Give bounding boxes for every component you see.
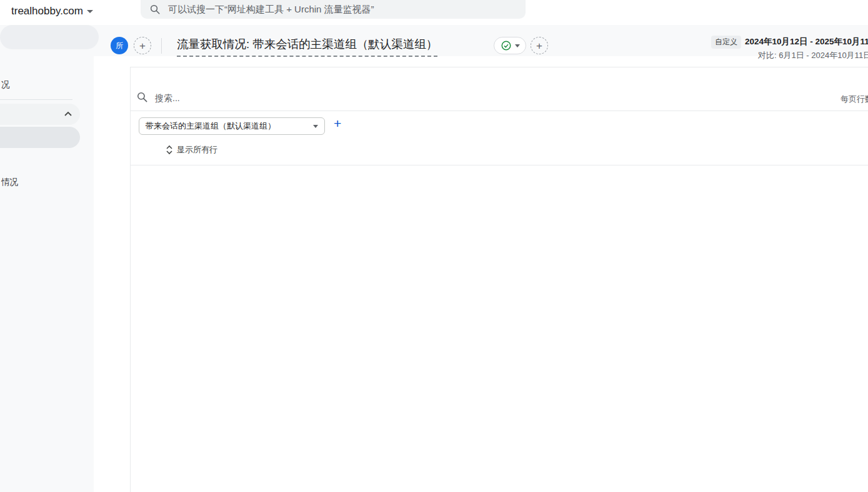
divider — [130, 111, 868, 111]
dimension-selector-value: 带来会话的主渠道组（默认渠道组） — [146, 121, 276, 132]
show-all-rows-toggle[interactable]: 显示所有行 — [166, 144, 217, 155]
unfold-icon — [166, 145, 173, 155]
nav-sidebar: 况情况 — [0, 25, 94, 492]
table-search-input[interactable]: 搜索... — [155, 93, 180, 104]
chevron-up-icon — [64, 111, 72, 117]
divider — [130, 67, 131, 492]
table-search-icon — [136, 91, 148, 103]
divider — [130, 165, 868, 165]
chevron-down-icon — [87, 10, 93, 13]
report-content: 搜索... 每页行数 带来会话的主渠道组（默认渠道组） + 显示所有行 — [130, 0, 868, 492]
sidebar-item-0[interactable]: 况 — [1, 79, 10, 91]
show-all-rows-label: 显示所有行 — [177, 144, 217, 155]
sidebar-divider — [0, 99, 72, 100]
ga4-report-window: trealhobby.com 可以试搜一下“网址构建工具 + Urchin 流量… — [0, 0, 868, 492]
add-dimension-button[interactable]: + — [334, 116, 341, 131]
comparison-chip[interactable]: 所 — [111, 37, 128, 54]
sidebar-item-4[interactable]: 情况 — [1, 177, 18, 188]
divider — [130, 67, 868, 67]
property-name: trealhobby.com — [11, 5, 83, 17]
chevron-down-icon — [313, 125, 318, 128]
nav-top-pill[interactable] — [0, 25, 99, 49]
sidebar-section-pill[interactable] — [0, 104, 80, 125]
dimension-selector[interactable]: 带来会话的主渠道组（默认渠道组） — [139, 117, 325, 135]
sidebar-section-pill[interactable] — [0, 127, 80, 148]
property-selector[interactable]: trealhobby.com — [11, 5, 93, 17]
rows-per-page-label[interactable]: 每页行数 — [841, 94, 868, 105]
